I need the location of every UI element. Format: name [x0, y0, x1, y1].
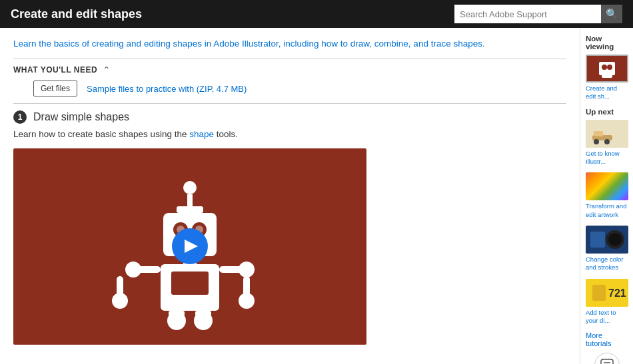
- wyl-content: Get files Sample files to practice with …: [13, 81, 566, 96]
- section-divider: [13, 59, 566, 59]
- sidebar-thumb-3: [586, 226, 628, 254]
- step-1-title: Draw simple shapes: [33, 111, 129, 123]
- search-button[interactable]: 🔍: [601, 5, 622, 23]
- more-tutorials-link[interactable]: More tutorials: [586, 331, 628, 347]
- wyl-title: WHAT YOU'LL NEED: [13, 65, 97, 75]
- sidebar-now-viewing-item[interactable]: Create and edit sh...: [586, 55, 628, 101]
- step-1-number: 1: [13, 110, 27, 124]
- wyl-section: WHAT YOU'LL NEED ⌃ Get files Sample file…: [13, 65, 566, 96]
- step-1-description: Learn how to create basic shapes using t…: [13, 128, 566, 141]
- sidebar-label-3: Change color and strokes: [586, 256, 628, 272]
- sidebar-item-4[interactable]: 721 Add text to your di...: [586, 279, 628, 325]
- layout: Learn the basics of creating and editing…: [0, 28, 633, 364]
- video-container[interactable]: [13, 148, 366, 345]
- play-button[interactable]: [172, 228, 208, 264]
- svg-rect-27: [602, 73, 612, 78]
- get-files-button[interactable]: Get files: [33, 81, 77, 96]
- svg-text:721: 721: [608, 287, 626, 299]
- svg-rect-2: [177, 206, 203, 213]
- svg-rect-32: [590, 232, 605, 248]
- svg-point-31: [604, 139, 610, 144]
- svg-rect-35: [592, 285, 606, 301]
- svg-rect-29: [594, 131, 603, 136]
- svg-point-25: [602, 65, 607, 70]
- svg-point-30: [594, 139, 599, 144]
- sidebar-item-3[interactable]: Change color and strokes: [586, 226, 628, 272]
- play-icon: [185, 240, 198, 253]
- up-next-label: Up next: [586, 108, 628, 116]
- sidebar: Now viewing Create and edit sh... Up nex…: [580, 28, 633, 364]
- step-1-section: 1 Draw simple shapes Learn how to create…: [13, 110, 566, 344]
- svg-point-23: [194, 311, 213, 330]
- svg-rect-1: [187, 194, 193, 208]
- step-1-header: 1 Draw simple shapes: [13, 110, 566, 124]
- sidebar-item-2[interactable]: Transform and edit artwork: [586, 172, 628, 219]
- svg-point-26: [607, 65, 612, 70]
- svg-rect-16: [219, 266, 242, 273]
- svg-point-17: [239, 262, 255, 277]
- wyl-header: WHAT YOU'LL NEED ⌃: [13, 65, 566, 75]
- svg-rect-11: [171, 272, 209, 295]
- svg-point-34: [608, 233, 622, 246]
- sidebar-item-1[interactable]: Get to know Illustr...: [586, 120, 628, 166]
- wyl-toggle-icon[interactable]: ⌃: [103, 65, 111, 75]
- sidebar-label-2: Transform and edit artwork: [586, 202, 628, 219]
- svg-point-19: [239, 293, 255, 309]
- sidebar-label-4: Add text to your di...: [586, 309, 628, 325]
- sidebar-thumb-1: [586, 120, 628, 148]
- sidebar-thumb-4: 721: [586, 279, 628, 307]
- intro-text: Learn the basics of creating and editing…: [13, 37, 566, 51]
- sidebar-label-1: Get to know Illustr...: [586, 150, 628, 166]
- svg-point-21: [167, 311, 186, 330]
- search-input[interactable]: [454, 5, 601, 23]
- now-viewing-caption: Create and edit sh...: [586, 85, 628, 101]
- now-viewing-thumb-img: [587, 55, 627, 82]
- chat-button[interactable]: [594, 353, 620, 364]
- search-bar: 🔍: [454, 5, 622, 23]
- svg-point-15: [112, 293, 128, 309]
- svg-point-13: [125, 262, 141, 277]
- shape-link[interactable]: shape: [189, 129, 214, 139]
- sidebar-thumb-2: [586, 172, 628, 200]
- chat-icon: [600, 358, 614, 364]
- now-viewing-label: Now viewing: [586, 35, 628, 51]
- header: Create and edit shapes 🔍: [0, 0, 633, 28]
- svg-point-0: [183, 181, 197, 194]
- svg-rect-12: [138, 266, 161, 273]
- chat-icon-container: [586, 353, 628, 364]
- section-divider-2: [13, 103, 566, 104]
- now-viewing-thumb: [586, 55, 628, 83]
- main-content: Learn the basics of creating and editing…: [0, 28, 580, 364]
- page-title: Create and edit shapes: [11, 7, 142, 21]
- sample-files-link[interactable]: Sample files to practice with (ZIP, 4.7 …: [87, 84, 247, 94]
